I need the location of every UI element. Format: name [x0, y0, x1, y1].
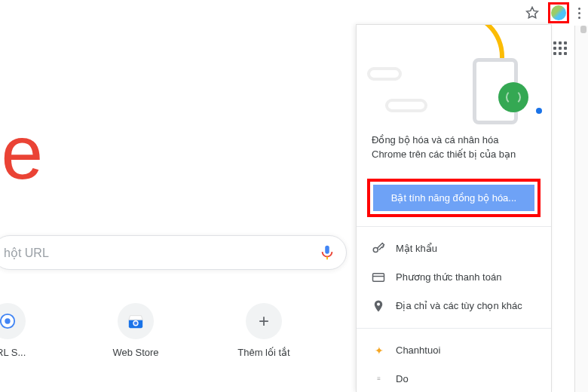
main-content: ogle hột URL URL S... Web Store + Thêm l… [0, 0, 354, 392]
menu-label: Phương thức thanh toán [396, 271, 501, 283]
other-profile-chanhtuoi[interactable]: ✦ Chanhtuoi [357, 336, 551, 365]
star-icon[interactable] [525, 6, 539, 20]
menu-label: Địa chỉ và các tùy chọn khác [396, 300, 522, 311]
search-placeholder: hột URL [4, 246, 319, 260]
mic-icon[interactable] [319, 244, 335, 261]
profile-avatar[interactable] [551, 5, 566, 20]
svg-rect-1 [325, 246, 329, 254]
profile-favicon: ✦ [372, 344, 385, 357]
sync-description: Đồng bộ hóa và cá nhân hóa Chrome trên c… [357, 130, 551, 165]
google-logo: ogle [0, 109, 211, 196]
shortcut-label: Web Store [112, 347, 158, 358]
shortcut-webstore[interactable]: Web Store [98, 303, 173, 358]
shortcut-label: URL S... [0, 347, 26, 358]
scrollbar[interactable] [574, 26, 588, 392]
menu-passwords[interactable]: Mật khẩu [357, 234, 551, 263]
other-profile-label: Chanhtuoi [396, 345, 440, 356]
menu-payments[interactable]: Phương thức thanh toán [357, 263, 551, 292]
shortcut-label: Thêm lối tắt [237, 347, 289, 358]
svg-point-4 [5, 318, 10, 323]
sync-illustration [357, 25, 551, 130]
svg-marker-0 [527, 8, 538, 18]
enable-sync-button[interactable]: Bật tính năng đồng bộ hóa... [373, 185, 534, 211]
shortcut-icon [118, 303, 154, 339]
svg-rect-8 [373, 273, 384, 281]
shortcuts-row: URL S... Web Store + Thêm lối tắt [0, 303, 354, 378]
svg-point-7 [373, 247, 378, 252]
profile-favicon: ≡ [372, 372, 385, 386]
sync-button-highlight: Bật tính năng đồng bộ hóa... [367, 179, 541, 217]
sync-icon [498, 82, 528, 112]
shortcut-add[interactable]: + Thêm lối tắt [226, 303, 302, 358]
shortcut-urls[interactable]: URL S... [0, 303, 45, 358]
profile-panel: Đồng bộ hóa và cá nhân hóa Chrome trên c… [356, 24, 552, 392]
shortcut-icon [0, 303, 26, 339]
scrollbar-thumb[interactable] [580, 26, 586, 33]
other-profile-label: Do [396, 373, 409, 384]
pin-icon [372, 299, 385, 313]
kebab-menu-icon[interactable] [578, 8, 580, 19]
plus-icon: + [246, 303, 282, 339]
menu-addresses[interactable]: Địa chỉ và các tùy chọn khác [357, 292, 551, 320]
key-icon [372, 242, 385, 256]
svg-point-6 [134, 321, 138, 325]
search-input[interactable]: hột URL [0, 235, 347, 270]
apps-grid-icon[interactable] [553, 41, 567, 55]
menu-label: Mật khẩu [396, 243, 437, 254]
card-icon [372, 271, 385, 284]
other-profile-do[interactable]: ≡ Do [357, 365, 551, 392]
profile-avatar-highlight [548, 2, 569, 23]
